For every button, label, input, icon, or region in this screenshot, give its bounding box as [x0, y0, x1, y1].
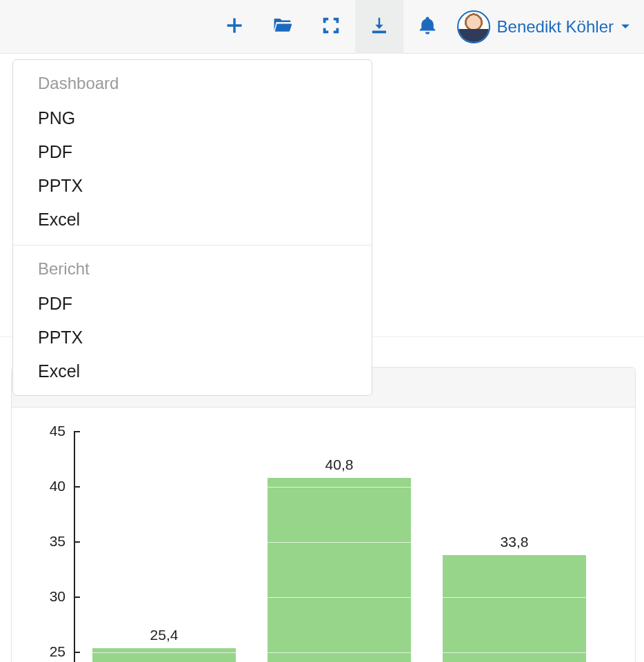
y-tick-label: 25	[50, 643, 66, 660]
bar-value-label: 40,8	[325, 457, 354, 477]
y-tick-label: 40	[50, 478, 66, 494]
user-name: Benedikt Köhler	[497, 17, 614, 37]
export-pdf-dashboard[interactable]: PDF	[13, 135, 372, 169]
export-pptx-report[interactable]: PPTX	[13, 321, 372, 354]
y-axis-line	[74, 431, 75, 662]
y-tick	[74, 431, 80, 432]
bar-value-label: 33,8	[501, 534, 529, 554]
open-folder-button[interactable]	[259, 0, 307, 54]
dropdown-section-title: Bericht	[13, 245, 372, 287]
y-tick-label: 35	[50, 533, 66, 550]
avatar	[457, 10, 490, 43]
expand-icon	[321, 15, 341, 39]
chart-card: 2530354045 25,440,833,8	[11, 367, 636, 662]
toolbar: Benedikt Köhler	[0, 0, 644, 54]
export-pdf-report[interactable]: PDF	[13, 287, 372, 321]
bell-icon	[417, 15, 438, 39]
bar-chart: 2530354045 25,440,833,8	[37, 431, 614, 662]
y-tick-label: 45	[50, 423, 66, 439]
bar	[442, 554, 587, 662]
plus-icon	[225, 16, 244, 38]
folder-open-icon	[272, 15, 293, 39]
y-tick	[74, 541, 80, 543]
export-pptx-dashboard[interactable]: PPTX	[13, 169, 372, 203]
bar	[92, 648, 237, 662]
y-tick	[74, 652, 80, 653]
user-menu[interactable]: Benedikt Köhler	[452, 10, 638, 43]
y-axis: 2530354045	[37, 431, 74, 662]
bar	[267, 477, 412, 662]
download-button[interactable]	[355, 0, 403, 54]
notifications-button[interactable]	[403, 0, 452, 54]
bar-value-label: 25,4	[150, 627, 179, 648]
fullscreen-button[interactable]	[307, 0, 355, 54]
toolbar-actions: Benedikt Köhler	[210, 0, 638, 54]
add-button[interactable]	[210, 0, 259, 54]
chevron-down-icon	[621, 21, 630, 33]
download-icon	[369, 15, 390, 39]
dropdown-section-title: Dashboard	[13, 60, 372, 101]
export-png[interactable]: PNG	[13, 101, 372, 135]
chart-plot-area: 25,440,833,8	[92, 431, 614, 662]
export-excel-dashboard[interactable]: Excel	[13, 203, 372, 237]
y-tick	[74, 596, 80, 598]
export-excel-report[interactable]: Excel	[13, 354, 372, 388]
y-tick	[74, 486, 80, 488]
download-dropdown: Dashboard PNG PDF PPTX Excel Bericht PDF…	[12, 59, 372, 396]
y-tick-label: 30	[50, 588, 66, 605]
